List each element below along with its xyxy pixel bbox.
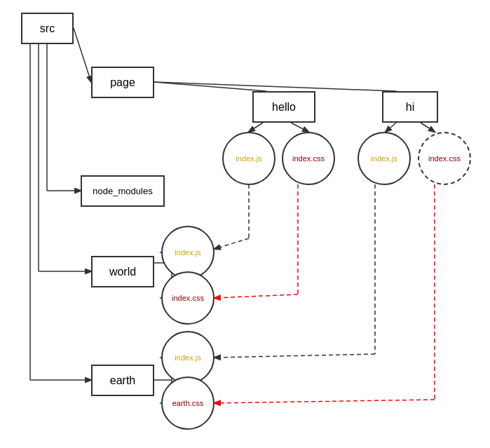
world-label: world <box>109 266 136 278</box>
hi-css-circle: index.css <box>418 132 471 185</box>
world-css-label: index.css <box>172 294 204 302</box>
hello-css-circle: index.css <box>282 132 335 185</box>
hello-js-label: index.js <box>236 154 261 163</box>
svg-line-11 <box>249 123 263 132</box>
svg-line-13 <box>386 123 396 132</box>
hello-label: hello <box>272 101 296 114</box>
src-box: src <box>21 13 74 44</box>
node-modules-label: node_modules <box>93 186 152 196</box>
src-label: src <box>40 22 55 35</box>
svg-line-9 <box>154 82 396 91</box>
hi-css-label: index.css <box>428 154 461 163</box>
hi-label: hi <box>406 101 414 114</box>
node-modules-box: node_modules <box>81 175 165 207</box>
earth-css-label: earth.css <box>172 399 204 407</box>
svg-line-30 <box>215 354 375 358</box>
earth-box: earth <box>91 365 154 396</box>
page-label: page <box>110 76 135 89</box>
hello-css-label: index.css <box>292 154 325 163</box>
diagram: src page node_modules world earth hello … <box>0 0 490 448</box>
world-css-circle: index.css <box>161 271 215 325</box>
svg-line-32 <box>215 400 435 403</box>
arrows-svg <box>0 0 490 448</box>
hi-js-label: index.js <box>371 154 397 163</box>
hi-js-circle: index.js <box>358 132 411 185</box>
world-js-label: index.js <box>175 248 200 257</box>
svg-line-12 <box>291 123 308 132</box>
svg-line-28 <box>215 294 298 298</box>
earth-css-circle: earth.css <box>161 376 215 430</box>
hi-box: hi <box>382 91 438 123</box>
svg-line-26 <box>215 238 249 249</box>
page-box: page <box>91 67 154 98</box>
svg-line-7 <box>154 82 266 91</box>
world-box: world <box>91 256 154 287</box>
svg-line-14 <box>421 123 435 132</box>
svg-line-0 <box>74 28 91 82</box>
earth-js-label: index.js <box>175 353 200 362</box>
hello-box: hello <box>252 91 315 123</box>
hello-js-circle: index.js <box>222 132 275 185</box>
earth-label: earth <box>110 374 135 387</box>
